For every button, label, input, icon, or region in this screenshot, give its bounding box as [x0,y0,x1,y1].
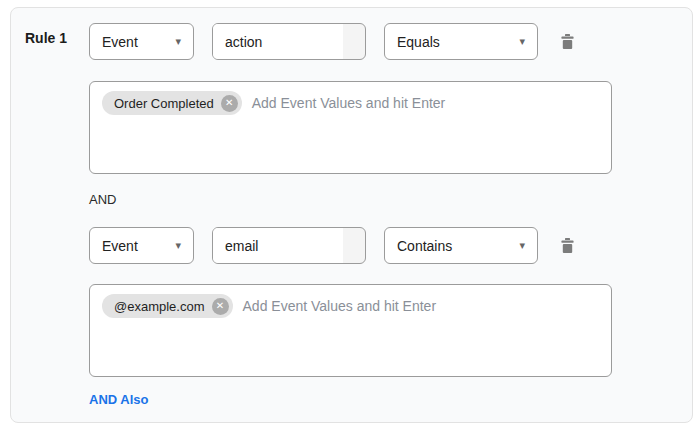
trash-icon [561,238,574,253]
and-also-link[interactable]: AND Also [89,392,148,407]
event-type-select[interactable]: Event ▾ [89,23,194,60]
chip-remove-button[interactable]: ✕ [221,95,238,112]
close-icon: ✕ [216,301,224,311]
conjunction-label: AND [89,192,116,207]
operator-select-value: Contains [397,238,452,254]
property-input-wrap [212,23,366,60]
value-chip: @example.com ✕ [102,294,233,318]
event-type-select-value: Event [102,34,138,50]
property-input-wrap [212,227,366,264]
condition-row-2: Event ▾ Contains ▾ [89,227,574,264]
delete-condition-button[interactable] [561,238,574,253]
operator-select-value: Equals [397,34,440,50]
trash-icon [561,34,574,49]
event-type-select-value: Event [102,238,138,254]
event-type-select[interactable]: Event ▾ [89,227,194,264]
condition-row-1: Event ▾ Equals ▾ [89,23,574,60]
operator-select[interactable]: Contains ▾ [384,227,538,264]
values-tag-input[interactable]: @example.com ✕ Add Event Values and hit … [89,284,612,377]
values-placeholder: Add Event Values and hit Enter [252,91,446,115]
chevron-down-icon: ▾ [513,36,525,47]
delete-condition-button[interactable] [561,34,574,49]
values-tag-input[interactable]: Order Completed ✕ Add Event Values and h… [89,81,612,174]
chip-remove-button[interactable]: ✕ [212,298,229,315]
operator-select[interactable]: Equals ▾ [384,23,538,60]
value-chip: Order Completed ✕ [102,91,242,115]
value-chip-label: @example.com [114,299,205,314]
rule-card: Rule 1 Event ▾ Equals ▾ Order Completed … [10,7,693,423]
chevron-down-icon: ▾ [169,36,181,47]
close-icon: ✕ [225,98,233,108]
value-chip-label: Order Completed [114,96,214,111]
chevron-down-icon: ▾ [513,240,525,251]
property-input[interactable] [213,24,343,59]
property-input[interactable] [213,228,343,263]
values-placeholder: Add Event Values and hit Enter [243,294,437,318]
rule-title: Rule 1 [25,30,67,46]
chevron-down-icon: ▾ [169,240,181,251]
